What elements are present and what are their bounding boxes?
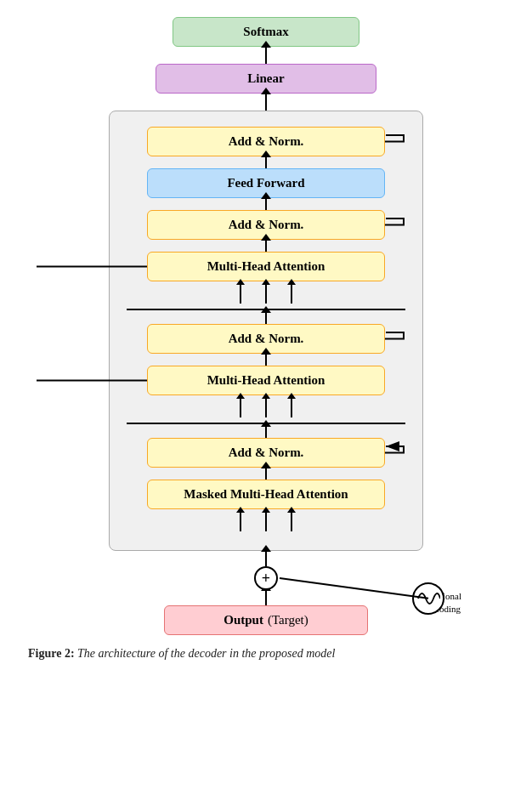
arrow-mid-masked: [265, 513, 267, 531]
wave-circle: [412, 582, 444, 615]
arrow-line-add3: [265, 312, 267, 324]
arrow-left-mh2: [240, 399, 241, 417]
multi-head-2-box: Multi-Head Attention: [147, 366, 385, 395]
diagram-container: Softmax Linear Add & Norm. Feed Forward …: [20, 17, 512, 661]
masked-label: Masked Multi-Head Attention: [184, 487, 348, 502]
arrow-right-masked: [291, 513, 292, 531]
multi-head-1-box: Multi-Head Attention: [147, 252, 385, 281]
add-norm-1-label: Add & Norm.: [229, 134, 304, 149]
arrow-add2-mh1: [265, 240, 267, 252]
arrow-right-mh1: [291, 285, 292, 304]
arrow-ff-add2: [265, 198, 267, 210]
pos-encoding-area: Positional Encoding: [424, 587, 461, 615]
arrow-decoder-plus: [265, 551, 267, 566]
arrow-add3-mh2: [265, 354, 267, 366]
arrow-right-mh2: [291, 399, 292, 417]
caption-text: The architecture of the decoder in the p…: [77, 647, 335, 660]
arrows-3-masked: [127, 513, 405, 531]
bottom-row: + Output (Target) Positional Encoding: [20, 566, 512, 635]
arrow-line2-add4: [265, 426, 267, 438]
add-norm-2-label: Add & Norm.: [229, 218, 304, 232]
add-norm-4-label: Add & Norm.: [229, 446, 304, 460]
softmax-label: Softmax: [243, 25, 288, 39]
output-suffix-label: (Target): [268, 613, 308, 627]
output-box: Output (Target): [164, 605, 368, 635]
figure-number: Figure 2:: [28, 647, 75, 660]
multi-head-2-label: Multi-Head Attention: [207, 373, 325, 388]
arrow-mid-mh1: [265, 285, 267, 304]
linear-label: Linear: [247, 71, 284, 86]
arrow-left-mh1: [240, 285, 241, 304]
arrow-mid-mh2: [265, 399, 267, 417]
arrows-3-mh1: [127, 285, 405, 304]
arrow-linear-decoder: [265, 94, 267, 111]
plus-circle: +: [254, 566, 278, 590]
arrow-add4-masked: [265, 468, 267, 480]
wave-icon: [416, 590, 440, 607]
figure-caption: Figure 2: The architecture of the decode…: [20, 647, 512, 661]
decoder-block: Add & Norm. Feed Forward Add & Norm. Mul…: [109, 111, 423, 551]
feed-forward-label: Feed Forward: [227, 176, 304, 190]
add-norm-3-label: Add & Norm.: [229, 332, 304, 346]
arrows-3-mh2: [127, 399, 405, 417]
output-label: Output: [224, 613, 263, 627]
plus-area: + Output (Target): [164, 566, 368, 635]
arrow-left-masked: [240, 513, 241, 531]
arrow-plus-output: [265, 590, 267, 605]
masked-multi-head-box: Masked Multi-Head Attention: [147, 480, 385, 509]
arrow-softmax-linear: [265, 47, 267, 64]
multi-head-1-label: Multi-Head Attention: [207, 259, 325, 274]
arrow-add1-ff: [265, 156, 267, 168]
